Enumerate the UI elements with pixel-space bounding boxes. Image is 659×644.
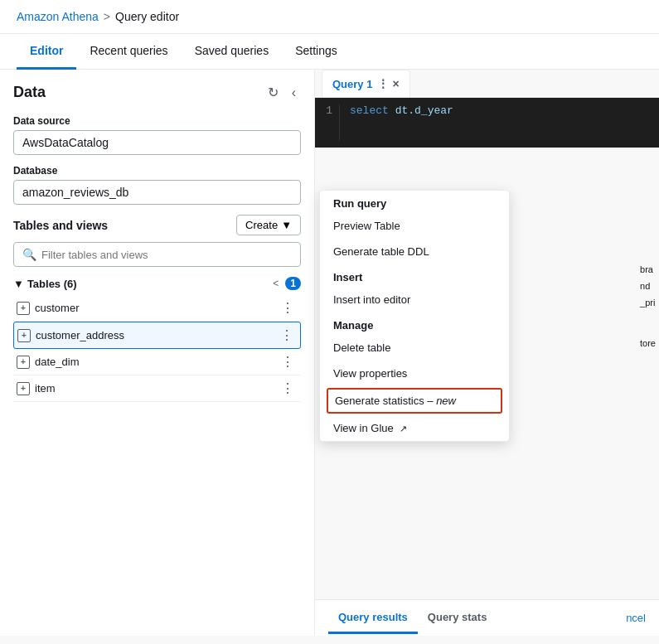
overflow-nd: nd — [640, 278, 656, 295]
database-value: amazon_reviews_db — [13, 180, 301, 205]
tables-views-header: Tables and views Create ▼ — [13, 215, 301, 235]
table-row-highlighted: + customer_address ⋮ — [13, 322, 301, 349]
query-tab-actions: ⋮ × — [377, 77, 399, 90]
table-menu-customer[interactable]: ⋮ — [278, 300, 298, 316]
query-tab-close-icon[interactable]: × — [392, 77, 399, 90]
ctx-run-section-label: Run query — [320, 191, 509, 213]
code-field: dt.d_year — [395, 104, 453, 117]
tabs-bar: Editor Recent queries Saved queries Sett… — [0, 34, 659, 70]
query-tab-kebab-icon[interactable]: ⋮ — [377, 77, 389, 90]
context-menu: Run query Preview Table Generate table D… — [319, 190, 510, 442]
data-panel-title: Data — [13, 84, 46, 101]
table-menu-date-dim[interactable]: ⋮ — [278, 354, 298, 370]
left-panel: Data ↻ ‹ Data source AwsDataCatalog Data… — [0, 70, 315, 636]
table-icon-date-dim: + — [17, 356, 30, 369]
filter-input[interactable] — [41, 249, 292, 261]
tables-page-indicator: 1 — [285, 277, 301, 290]
table-icon-item: + — [17, 382, 30, 395]
tables-section-header: ▼ Tables (6) < 1 — [13, 277, 301, 290]
code-editor[interactable]: 1 select dt.d_year — [315, 98, 659, 148]
tables-collapse-icon: ▼ — [13, 278, 24, 290]
query-tabs-bar: Query 1 ⋮ × — [315, 70, 659, 98]
table-row: + date_dim ⋮ — [13, 349, 301, 375]
ctx-generate-stats-badge: new — [436, 395, 456, 407]
code-content[interactable]: select dt.d_year — [340, 104, 659, 141]
data-source-value: AwsDataCatalog — [13, 130, 301, 155]
search-icon: 🔍 — [22, 248, 36, 261]
ctx-view-properties[interactable]: View properties — [320, 361, 509, 386]
table-name-item: item — [35, 382, 278, 395]
breadcrumb-current: Query editor — [115, 10, 179, 23]
ctx-insert-editor[interactable]: Insert into editor — [320, 287, 509, 312]
overflow-bra: bra — [640, 262, 656, 278]
main-layout: Data ↻ ‹ Data source AwsDataCatalog Data… — [0, 70, 659, 636]
database-label: Database — [13, 165, 301, 177]
query-tab-label: Query 1 — [332, 78, 372, 90]
right-overflow-text: bra nd _pri tore — [637, 260, 659, 354]
filter-box[interactable]: 🔍 — [13, 242, 301, 267]
table-menu-customer-address[interactable]: ⋮ — [277, 327, 297, 343]
table-name-date-dim: date_dim — [35, 356, 278, 368]
tab-saved-queries[interactable]: Saved queries — [182, 34, 283, 70]
create-button[interactable]: Create ▼ — [236, 215, 301, 235]
table-icon-customer: + — [17, 302, 30, 315]
ctx-generate-stats-label: Generate statistics — [335, 395, 424, 407]
code-keyword-select: select — [350, 104, 389, 117]
refresh-button[interactable]: ↻ — [263, 83, 283, 102]
create-button-label: Create — [245, 219, 278, 231]
create-chevron-icon: ▼ — [281, 219, 292, 231]
ctx-generate-ddl[interactable]: Generate table DDL — [320, 239, 509, 264]
ctx-view-in-glue-label: View in Glue — [333, 422, 394, 434]
ctx-view-in-glue[interactable]: View in Glue ↗︎ — [320, 415, 509, 441]
breadcrumb-parent-link[interactable]: Amazon Athena — [17, 10, 99, 23]
line-number: 1 — [315, 104, 340, 141]
tables-views-label: Tables and views — [13, 219, 108, 232]
results-bar: Query results Query stats ncel — [315, 599, 659, 636]
tables-section-label: Tables (6) — [27, 278, 77, 290]
collapse-button[interactable]: ‹ — [287, 83, 301, 102]
ctx-generate-stats[interactable]: Generate statistics – new — [327, 388, 502, 414]
overflow-tore: tore — [640, 336, 656, 352]
ctx-manage-section-label: Manage — [320, 312, 509, 335]
breadcrumb-separator: > — [104, 10, 110, 23]
tables-count-indicator: < — [273, 278, 279, 289]
external-link-icon: ↗︎ — [400, 424, 407, 433]
data-source-label: Data source — [13, 115, 301, 127]
cancel-button[interactable]: ncel — [626, 612, 646, 624]
left-panel-header: Data ↻ ‹ — [13, 83, 301, 102]
table-name-customer: customer — [35, 302, 278, 314]
results-tab-query-results[interactable]: Query results — [328, 603, 418, 634]
query-tab-1[interactable]: Query 1 ⋮ × — [322, 70, 410, 97]
tab-editor[interactable]: Editor — [17, 34, 76, 70]
table-row: + item ⋮ — [13, 375, 301, 402]
tab-settings[interactable]: Settings — [282, 34, 351, 70]
table-menu-item[interactable]: ⋮ — [278, 380, 298, 396]
table-name-customer-address: customer_address — [36, 329, 277, 341]
tab-recent-queries[interactable]: Recent queries — [76, 34, 181, 70]
table-row: + customer ⋮ — [13, 295, 301, 322]
breadcrumb-bar: Amazon Athena > Query editor — [0, 0, 659, 34]
ctx-insert-section-label: Insert — [320, 264, 509, 287]
ctx-preview-table[interactable]: Preview Table — [320, 213, 509, 239]
overflow-pri: _pri — [640, 295, 656, 312]
ctx-delete-table[interactable]: Delete table — [320, 335, 509, 361]
results-tab-query-stats[interactable]: Query stats — [418, 603, 497, 634]
table-icon-customer-address: + — [17, 329, 31, 342]
